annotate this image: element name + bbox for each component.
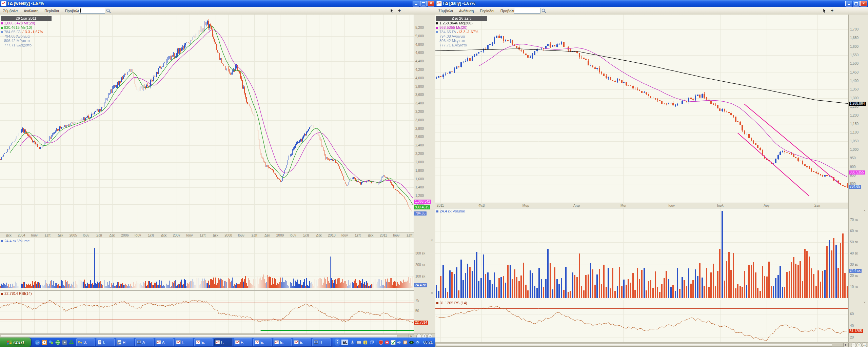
time-axis-label: 2007: [171, 233, 183, 237]
axis-label: 1,000: [850, 148, 859, 151]
time-axis-label: Δεκ: [313, 233, 325, 237]
show-hidden-icons[interactable]: ▲▼: [335, 339, 340, 346]
fit-width-button[interactable]: ↔: [427, 334, 432, 338]
taskbar-button-7[interactable]: E.: [194, 338, 213, 346]
security-shield-icon[interactable]: [378, 340, 383, 345]
volume-marker: [436, 210, 438, 212]
menu-symbols[interactable]: Σύμβολα: [435, 7, 456, 15]
symbol-search-input[interactable]: [79, 8, 105, 14]
messenger-icon[interactable]: [48, 340, 54, 345]
maximize-button[interactable]: [853, 1, 860, 6]
taskbar-button-1[interactable]: B.: [76, 338, 95, 346]
menu-analysis[interactable]: Ανάλυση: [21, 7, 41, 15]
media-player-icon[interactable]: [62, 340, 67, 345]
menu-symbols[interactable]: Σύμβολα: [0, 7, 21, 15]
schedule-icon[interactable]: [41, 340, 47, 345]
restore-icon[interactable]: [369, 340, 374, 345]
time-axis-label: Δεκ: [364, 233, 377, 237]
recycle-icon[interactable]: [68, 340, 74, 345]
antivirus-check-icon[interactable]: [391, 340, 396, 345]
symbol-search-input[interactable]: [514, 8, 540, 14]
scrollbar-thumb[interactable]: [436, 344, 832, 347]
pane-close-icon[interactable]: ×: [431, 291, 433, 294]
desktop: ΓΔ [weekly] -1.67% × Σύμβολα Ανάλυση Περ…: [0, 0, 868, 347]
taskbar-button-13[interactable]: Π: [312, 338, 331, 346]
time-axis-label: Σεπ: [248, 233, 260, 237]
pane-close-icon[interactable]: ×: [864, 301, 866, 304]
chart-icon: [255, 340, 259, 345]
taskbar-button-9[interactable]: F.: [234, 338, 252, 346]
chart-area-weekly[interactable]: Δεκ2004ΙουνΣεπΔεκ2005ΙουνΣεπΔεκ2006ΙουνΣ…: [0, 15, 435, 338]
taskbar-button-8[interactable]: Γ.: [214, 338, 233, 346]
titlebar-weekly[interactable]: ΓΔ [weekly] -1.67% ×: [0, 0, 435, 7]
scroll-right-button[interactable]: ►: [843, 343, 849, 347]
minimize-button[interactable]: [845, 1, 852, 6]
close-button[interactable]: ×: [860, 1, 867, 6]
task-label: H: [123, 340, 125, 344]
horizontal-scrollbar[interactable]: ►−+↔: [435, 342, 868, 347]
taskbar-button-2[interactable]: I.: [96, 338, 115, 346]
pointer-tool-icon[interactable]: [389, 8, 395, 14]
axis-label: 20 εκ: [850, 274, 858, 278]
pointer-tool-icon[interactable]: [822, 8, 827, 14]
office-icon[interactable]: [403, 340, 408, 345]
taskbar-button-6[interactable]: Γ.: [175, 338, 193, 346]
price-chart-canvas[interactable]: [0, 15, 414, 232]
chart-area-daily[interactable]: 2011ΦεβΜαρΑπρΜαϊΙουνΙουλΑυγΣεπ Δευ 26 Σε…: [435, 15, 868, 347]
taskbar-button-11[interactable]: E.: [273, 338, 292, 346]
network-eye-icon[interactable]: [409, 340, 414, 345]
minimize-button[interactable]: [413, 1, 419, 6]
search-icon[interactable]: [106, 8, 111, 14]
messenger-tray-icon[interactable]: [384, 340, 390, 345]
axis-label: 1,350: [850, 87, 859, 91]
globe-icon[interactable]: [55, 340, 61, 345]
scrollbar-track[interactable]: [0, 334, 409, 338]
menu-analysis[interactable]: Ανάλυση: [456, 7, 477, 15]
updates-icon[interactable]: [415, 340, 420, 345]
price-chart-canvas[interactable]: [435, 15, 848, 203]
language-indicator[interactable]: EL: [341, 340, 348, 345]
task-label: A: [162, 340, 164, 344]
zoom-out-button[interactable]: −: [851, 343, 856, 347]
rsi-canvas[interactable]: [435, 300, 848, 342]
menu-periods[interactable]: Περίοδοι: [41, 7, 62, 15]
rsi-canvas[interactable]: [0, 290, 414, 333]
time-axis-label: Ιουν: [183, 233, 196, 237]
legend-text: 806.42 Μέγιστο: [439, 39, 465, 43]
menu-periods[interactable]: Περίοδοι: [477, 7, 497, 15]
titlebar-daily[interactable]: ΓΔ [daily] -1.67% ×: [435, 0, 868, 7]
chart-icon: [176, 340, 181, 345]
time-axis-label: 2006: [119, 233, 131, 237]
taskbar-button-4[interactable]: A: [135, 338, 154, 346]
taskbar-button-12[interactable]: E.: [293, 338, 311, 346]
input-panel-icon[interactable]: [356, 340, 361, 345]
zoom-in-button[interactable]: +: [422, 334, 427, 338]
taskbar-button-3[interactable]: WH: [116, 338, 134, 346]
pane-close-icon[interactable]: ×: [431, 239, 433, 242]
volume-pane-header: 24.4 εκ Volume: [1, 239, 30, 243]
microphone-icon[interactable]: [350, 340, 355, 345]
zoom-in-button[interactable]: +: [856, 343, 862, 347]
taskbar-button-5[interactable]: A: [155, 338, 174, 346]
zoom-out-button[interactable]: −: [416, 334, 421, 338]
start-button[interactable]: start: [0, 338, 31, 347]
zoom-in-icon[interactable]: +: [829, 8, 835, 14]
horizontal-scrollbar[interactable]: ►−+↔: [0, 333, 435, 338]
scroll-right-button[interactable]: ►: [409, 334, 414, 338]
volume-canvas[interactable]: [0, 238, 414, 290]
volume-icon[interactable]: [397, 340, 402, 345]
help-icon[interactable]: ?: [363, 340, 368, 345]
zoom-in-icon[interactable]: +: [397, 8, 402, 14]
ie-icon[interactable]: e: [35, 340, 40, 345]
scrollbar-thumb[interactable]: [1, 335, 397, 338]
close-button[interactable]: ×: [428, 1, 434, 6]
volume-canvas[interactable]: [435, 208, 848, 299]
scrollbar-track[interactable]: [435, 343, 844, 347]
fit-width-button[interactable]: ↔: [862, 343, 867, 347]
search-icon[interactable]: [541, 8, 547, 14]
maximize-button[interactable]: [420, 1, 427, 6]
key-icon: [78, 340, 82, 345]
taskbar-button-10[interactable]: E.: [253, 338, 272, 346]
axis-label: 50 εκ: [850, 240, 858, 244]
pane-close-icon[interactable]: ×: [864, 209, 866, 212]
